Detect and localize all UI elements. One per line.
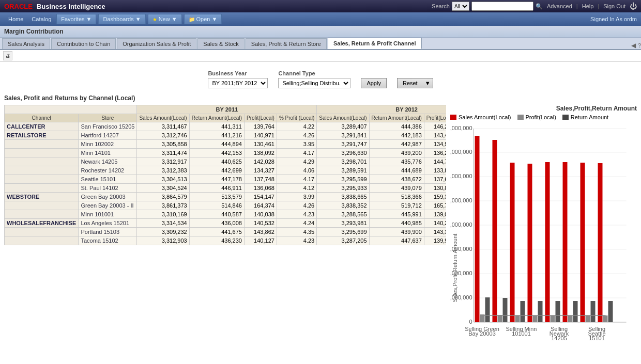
store-cell: Green Bay 20003 - II (79, 201, 137, 210)
store-cell: Minn 102002 (79, 140, 137, 149)
bar-g4-sales (528, 164, 532, 322)
bar-g1-return (485, 297, 490, 322)
sales-2011-header: Sales Amount(Local) (137, 114, 189, 122)
return-2011-cell: 446,911 (189, 184, 244, 193)
bar-g4-profit (533, 315, 538, 322)
bar-g2-sales (493, 140, 497, 322)
svg-text:2,000,000: 2,000,000 (450, 270, 472, 276)
sep1: | (576, 3, 578, 9)
table-row: Minn 1020023,305,858444,894130,4613.953,… (5, 140, 447, 149)
profit-2011-header: Profit(Local) (244, 114, 277, 122)
tab-sales-stock[interactable]: Sales & Stock (197, 38, 244, 49)
return-2012-cell: 439,900 (369, 228, 424, 236)
bar-g7-sales (581, 163, 585, 322)
nav-favorites[interactable]: Favorites ▼ (56, 14, 96, 24)
return-2012-cell: 444,689 (369, 166, 424, 175)
nav-catalog[interactable]: Catalog (27, 16, 55, 22)
channel-cell (5, 228, 79, 236)
profit-2012-cell: 165,773 (424, 201, 446, 210)
legend-profit: Profit(Local) (517, 114, 556, 120)
sales-2012-cell: 3,298,701 (317, 157, 369, 166)
search-icon[interactable]: 🔍 (536, 3, 543, 10)
pct-2011-cell: 4.23 (277, 236, 316, 245)
reset-dropdown[interactable]: ▼ (423, 78, 433, 88)
help-link[interactable]: Help (582, 3, 594, 9)
bi-title: Business Intelligence (37, 3, 432, 10)
pct-2011-cell: 4.12 (277, 184, 316, 193)
help-icon[interactable]: ? (638, 42, 641, 49)
top-links: Advanced | Help | Sign Out ⏻ (547, 2, 637, 10)
sales-2012-cell: 3,291,841 (317, 131, 369, 140)
table-row: Tacoma 151023,312,903436,230140,1274.233… (5, 236, 447, 245)
chart-plot-area: 0 1,000,000 2,000,000 3,000,000 4,000,00… (450, 125, 627, 341)
channel-cell (5, 184, 79, 193)
svg-text:14205: 14205 (551, 335, 567, 341)
sales-2011-cell: 3,314,534 (137, 219, 189, 228)
profit-2011-cell: 130,461 (244, 140, 277, 149)
profit-2012-cell: 133,860 (424, 166, 446, 175)
bar-g3-return (521, 301, 525, 322)
tab-sales-analysis[interactable]: Sales Analysis (2, 38, 50, 49)
tab-sales-profit-return[interactable]: Sales, Profit & Return Store (246, 38, 327, 49)
table-row: WHOLESALEFRANCHISELos Angeles 152013,314… (5, 219, 447, 228)
table-row: Minn 1010013,310,169440,587140,0384.233,… (5, 210, 447, 219)
tab-contribution[interactable]: Contribution to Chain (51, 38, 116, 49)
tab-org-sales[interactable]: Organization Sales & Profit (117, 38, 196, 49)
reset-button[interactable]: Reset (397, 78, 423, 88)
sales-2012-cell: 3,287,205 (317, 236, 369, 245)
channel-type-select[interactable]: Selling;Selling Distribu... (278, 78, 350, 88)
nav-dashboards[interactable]: Dashboards ▼ (98, 14, 145, 24)
return-2012-cell: 438,672 (369, 175, 424, 184)
legend-sales-swatch (450, 115, 456, 120)
table-body: CALLCENTERSan Francisco 152053,311,46744… (5, 122, 447, 245)
search-scope-select[interactable]: All (452, 2, 469, 11)
svg-text:15101: 15101 (589, 335, 605, 341)
chevron-icon4: ▼ (211, 16, 217, 22)
tab-scroll-left[interactable]: ◀ (631, 42, 636, 49)
profit-2011-cell: 140,971 (244, 131, 277, 140)
sales-2011-cell: 3,312,383 (137, 166, 189, 175)
sales-2012-cell: 3,296,630 (317, 149, 369, 157)
channel-cell (5, 140, 79, 149)
return-2011-cell: 436,230 (189, 236, 244, 245)
nav-home[interactable]: Home (4, 16, 27, 22)
svg-text:5,000,000: 5,000,000 (450, 197, 472, 203)
table-row: WEBSTOREGreen Bay 200033,864,579513,5791… (5, 193, 447, 201)
return-2012-cell: 445,991 (369, 210, 424, 219)
profit-2012-cell: 136,242 (424, 149, 446, 157)
nav-new[interactable]: ★ New ▼ (148, 14, 182, 24)
pct-2011-cell: 4.17 (277, 175, 316, 184)
print-icon[interactable]: 🖨 (3, 51, 12, 60)
profit-2011-cell: 140,038 (244, 210, 277, 219)
return-2011-cell: 440,625 (189, 157, 244, 166)
pct-2011-cell: 3.99 (277, 193, 316, 201)
legend-return-swatch (562, 115, 569, 120)
table-row: CALLCENTERSan Francisco 152053,311,46744… (5, 122, 447, 131)
report-title: Sales, Profit and Returns by Channel (Lo… (4, 94, 637, 102)
advanced-link[interactable]: Advanced (547, 3, 572, 9)
nav-open[interactable]: 📁 Open ▼ (184, 14, 222, 24)
pct-2011-cell: 4.17 (277, 149, 316, 157)
business-year-label: Business Year (208, 70, 268, 76)
sales-2011-cell: 3,311,467 (137, 122, 189, 131)
return-2011-cell: 514,846 (189, 201, 244, 210)
signout-link[interactable]: Sign Out (603, 3, 625, 9)
reset-group: Reset ▼ (397, 78, 433, 88)
bar-g5-profit (551, 315, 555, 322)
return-2012-cell: 439,200 (369, 149, 424, 157)
apply-button[interactable]: Apply (361, 78, 387, 88)
tabs-bar: Sales Analysis Contribution to Chain Org… (0, 38, 641, 50)
store-col-header: Store (79, 114, 137, 122)
business-year-select[interactable]: BY 2011;BY 2012 (208, 78, 268, 88)
sales-2012-header: Sales Amount(Local) (317, 114, 369, 122)
pct-2011-header: % Profit (Local) (277, 114, 316, 122)
filter-section: Business Year BY 2011;BY 2012 Channel Ty… (4, 66, 637, 94)
return-2012-cell: 439,079 (369, 184, 424, 193)
return-2011-cell: 442,153 (189, 149, 244, 157)
store-cell: San Francisco 15205 (79, 122, 137, 131)
table-row: Seattle 151013,304,513447,178137,7484.17… (5, 175, 447, 184)
search-input[interactable] (471, 2, 533, 11)
tab-sales-return-profit-channel[interactable]: Sales, Return & Profit Channel (328, 38, 422, 49)
channel-cell: RETAILSTORE (5, 131, 79, 140)
data-table: BY 2011 BY 2012 Channel Store Sales Amou… (4, 105, 446, 245)
